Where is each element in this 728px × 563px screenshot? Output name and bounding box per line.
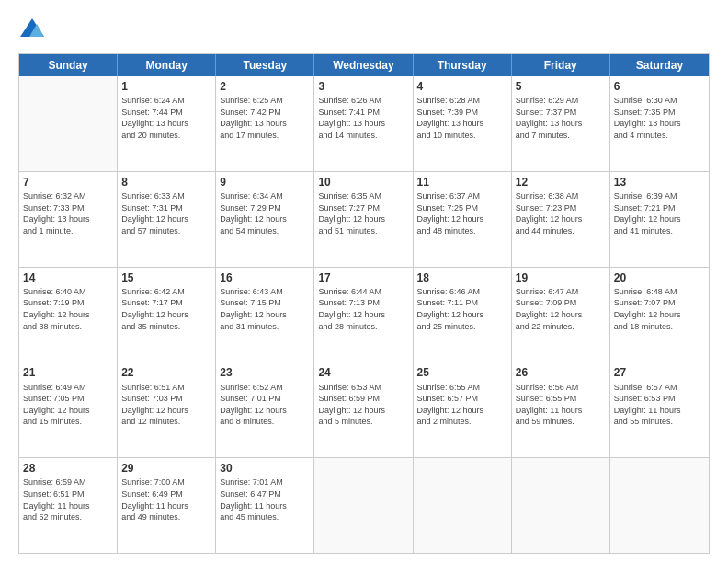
calendar-cell: 26Sunrise: 6:56 AM Sunset: 6:55 PM Dayli… bbox=[512, 362, 610, 457]
day-info: Sunrise: 6:56 AM Sunset: 6:55 PM Dayligh… bbox=[516, 382, 606, 428]
day-number: 21 bbox=[23, 365, 113, 380]
day-number: 22 bbox=[121, 365, 211, 380]
calendar-cell: 25Sunrise: 6:55 AM Sunset: 6:57 PM Dayli… bbox=[414, 362, 512, 457]
day-info: Sunrise: 6:33 AM Sunset: 7:31 PM Dayligh… bbox=[121, 190, 211, 236]
calendar-cell: 19Sunrise: 6:47 AM Sunset: 7:09 PM Dayli… bbox=[512, 268, 610, 362]
calendar-row: 21Sunrise: 6:49 AM Sunset: 7:05 PM Dayli… bbox=[19, 362, 709, 458]
day-number: 2 bbox=[220, 79, 310, 94]
day-info: Sunrise: 6:47 AM Sunset: 7:09 PM Dayligh… bbox=[516, 286, 606, 332]
day-info: Sunrise: 6:48 AM Sunset: 7:07 PM Dayligh… bbox=[614, 286, 705, 332]
calendar-cell: 9Sunrise: 6:34 AM Sunset: 7:29 PM Daylig… bbox=[216, 172, 314, 267]
day-number: 25 bbox=[417, 365, 507, 380]
calendar-cell: 12Sunrise: 6:38 AM Sunset: 7:23 PM Dayli… bbox=[512, 172, 610, 267]
calendar-cell: 17Sunrise: 6:44 AM Sunset: 7:13 PM Dayli… bbox=[314, 268, 413, 362]
weekday-header: Sunday bbox=[19, 54, 118, 76]
calendar-cell bbox=[414, 458, 512, 553]
weekday-header: Wednesday bbox=[314, 54, 413, 76]
day-number: 28 bbox=[23, 461, 113, 476]
day-number: 18 bbox=[417, 270, 507, 285]
calendar-cell: 11Sunrise: 6:37 AM Sunset: 7:25 PM Dayli… bbox=[414, 172, 512, 267]
day-number: 15 bbox=[121, 270, 211, 285]
calendar-cell: 3Sunrise: 6:26 AM Sunset: 7:41 PM Daylig… bbox=[314, 76, 413, 171]
day-number: 1 bbox=[121, 79, 211, 94]
calendar-cell: 5Sunrise: 6:29 AM Sunset: 7:37 PM Daylig… bbox=[512, 76, 610, 171]
calendar-cell: 23Sunrise: 6:52 AM Sunset: 7:01 PM Dayli… bbox=[216, 362, 314, 457]
calendar-cell: 20Sunrise: 6:48 AM Sunset: 7:07 PM Dayli… bbox=[610, 268, 709, 362]
calendar-cell: 24Sunrise: 6:53 AM Sunset: 6:59 PM Dayli… bbox=[314, 362, 413, 457]
calendar-cell: 13Sunrise: 6:39 AM Sunset: 7:21 PM Dayli… bbox=[610, 172, 709, 267]
day-info: Sunrise: 6:32 AM Sunset: 7:33 PM Dayligh… bbox=[23, 190, 113, 236]
day-number: 29 bbox=[121, 461, 211, 476]
day-number: 26 bbox=[516, 365, 606, 380]
calendar-cell bbox=[512, 458, 610, 553]
day-number: 23 bbox=[220, 365, 310, 380]
calendar-row: 14Sunrise: 6:40 AM Sunset: 7:19 PM Dayli… bbox=[19, 268, 709, 363]
day-number: 14 bbox=[23, 270, 113, 285]
calendar-cell: 28Sunrise: 6:59 AM Sunset: 6:51 PM Dayli… bbox=[19, 458, 118, 553]
day-info: Sunrise: 6:24 AM Sunset: 7:44 PM Dayligh… bbox=[121, 95, 211, 141]
day-number: 17 bbox=[318, 270, 408, 285]
weekday-header: Monday bbox=[118, 54, 216, 76]
day-info: Sunrise: 6:51 AM Sunset: 7:03 PM Dayligh… bbox=[121, 382, 211, 428]
day-info: Sunrise: 6:28 AM Sunset: 7:39 PM Dayligh… bbox=[417, 95, 507, 141]
day-number: 8 bbox=[121, 175, 211, 190]
day-info: Sunrise: 6:38 AM Sunset: 7:23 PM Dayligh… bbox=[516, 190, 606, 236]
calendar-row: 7Sunrise: 6:32 AM Sunset: 7:33 PM Daylig… bbox=[19, 172, 709, 268]
day-number: 4 bbox=[417, 79, 507, 94]
calendar-cell: 29Sunrise: 7:00 AM Sunset: 6:49 PM Dayli… bbox=[118, 458, 216, 553]
calendar-cell: 1Sunrise: 6:24 AM Sunset: 7:44 PM Daylig… bbox=[118, 76, 216, 171]
calendar-cell: 16Sunrise: 6:43 AM Sunset: 7:15 PM Dayli… bbox=[216, 268, 314, 362]
logo bbox=[18, 17, 50, 44]
day-info: Sunrise: 6:35 AM Sunset: 7:27 PM Dayligh… bbox=[318, 190, 408, 236]
day-number: 5 bbox=[516, 79, 606, 94]
day-info: Sunrise: 6:52 AM Sunset: 7:01 PM Dayligh… bbox=[220, 382, 310, 428]
day-number: 11 bbox=[417, 175, 507, 190]
calendar-cell: 15Sunrise: 6:42 AM Sunset: 7:17 PM Dayli… bbox=[118, 268, 216, 362]
day-number: 9 bbox=[220, 175, 310, 190]
day-info: Sunrise: 6:25 AM Sunset: 7:42 PM Dayligh… bbox=[220, 95, 310, 141]
weekday-header: Saturday bbox=[610, 54, 709, 76]
calendar-cell: 27Sunrise: 6:57 AM Sunset: 6:53 PM Dayli… bbox=[610, 362, 709, 457]
day-number: 19 bbox=[516, 270, 606, 285]
day-number: 16 bbox=[220, 270, 310, 285]
calendar-cell: 6Sunrise: 6:30 AM Sunset: 7:35 PM Daylig… bbox=[610, 76, 709, 171]
logo-icon bbox=[18, 17, 46, 44]
calendar-cell: 21Sunrise: 6:49 AM Sunset: 7:05 PM Dayli… bbox=[19, 362, 118, 457]
day-info: Sunrise: 6:42 AM Sunset: 7:17 PM Dayligh… bbox=[121, 286, 211, 332]
day-info: Sunrise: 6:34 AM Sunset: 7:29 PM Dayligh… bbox=[220, 190, 310, 236]
header bbox=[18, 17, 710, 44]
day-info: Sunrise: 6:44 AM Sunset: 7:13 PM Dayligh… bbox=[318, 286, 408, 332]
day-number: 6 bbox=[614, 79, 705, 94]
day-info: Sunrise: 7:01 AM Sunset: 6:47 PM Dayligh… bbox=[220, 477, 310, 523]
day-number: 24 bbox=[318, 365, 408, 380]
calendar: SundayMondayTuesdayWednesdayThursdayFrid… bbox=[18, 53, 710, 554]
calendar-cell bbox=[19, 76, 118, 171]
calendar-cell: 10Sunrise: 6:35 AM Sunset: 7:27 PM Dayli… bbox=[314, 172, 413, 267]
calendar-cell: 4Sunrise: 6:28 AM Sunset: 7:39 PM Daylig… bbox=[414, 76, 512, 171]
day-info: Sunrise: 6:30 AM Sunset: 7:35 PM Dayligh… bbox=[614, 95, 705, 141]
weekday-header: Tuesday bbox=[216, 54, 314, 76]
day-number: 12 bbox=[516, 175, 606, 190]
day-info: Sunrise: 6:39 AM Sunset: 7:21 PM Dayligh… bbox=[614, 190, 705, 236]
calendar-row: 28Sunrise: 6:59 AM Sunset: 6:51 PM Dayli… bbox=[19, 458, 709, 553]
day-info: Sunrise: 7:00 AM Sunset: 6:49 PM Dayligh… bbox=[121, 477, 211, 523]
day-info: Sunrise: 6:55 AM Sunset: 6:57 PM Dayligh… bbox=[417, 382, 507, 428]
day-info: Sunrise: 6:49 AM Sunset: 7:05 PM Dayligh… bbox=[23, 382, 113, 428]
calendar-cell: 7Sunrise: 6:32 AM Sunset: 7:33 PM Daylig… bbox=[19, 172, 118, 267]
calendar-cell: 2Sunrise: 6:25 AM Sunset: 7:42 PM Daylig… bbox=[216, 76, 314, 171]
day-info: Sunrise: 6:26 AM Sunset: 7:41 PM Dayligh… bbox=[318, 95, 408, 141]
day-info: Sunrise: 6:29 AM Sunset: 7:37 PM Dayligh… bbox=[516, 95, 606, 141]
day-number: 3 bbox=[318, 79, 408, 94]
calendar-cell: 22Sunrise: 6:51 AM Sunset: 7:03 PM Dayli… bbox=[118, 362, 216, 457]
day-number: 10 bbox=[318, 175, 408, 190]
day-number: 7 bbox=[23, 175, 113, 190]
calendar-cell bbox=[610, 458, 709, 553]
day-info: Sunrise: 6:57 AM Sunset: 6:53 PM Dayligh… bbox=[614, 382, 705, 428]
weekday-header: Thursday bbox=[414, 54, 512, 76]
page: SundayMondayTuesdayWednesdayThursdayFrid… bbox=[0, 0, 728, 563]
calendar-header: SundayMondayTuesdayWednesdayThursdayFrid… bbox=[19, 54, 709, 76]
day-number: 30 bbox=[220, 461, 310, 476]
calendar-cell: 14Sunrise: 6:40 AM Sunset: 7:19 PM Dayli… bbox=[19, 268, 118, 362]
day-info: Sunrise: 6:37 AM Sunset: 7:25 PM Dayligh… bbox=[417, 190, 507, 236]
day-number: 27 bbox=[614, 365, 705, 380]
